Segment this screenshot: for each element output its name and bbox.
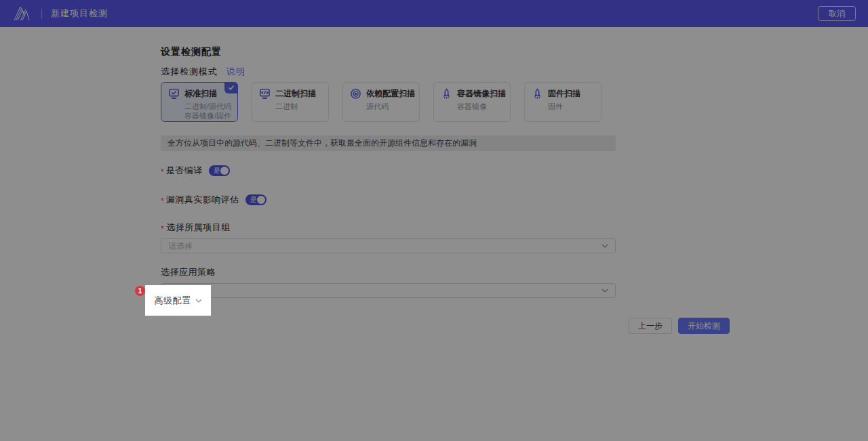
annotation-badge: 1 bbox=[135, 286, 145, 296]
dim-overlay bbox=[0, 0, 868, 441]
advanced-config-label: 高级配置 bbox=[155, 295, 191, 307]
new-project-detection-page: 新建项目检测 取消 设置检测配置 选择检测模式 说明 bbox=[0, 0, 868, 441]
chevron-down-icon bbox=[195, 299, 202, 303]
advanced-config-toggle[interactable]: 高级配置 bbox=[145, 285, 211, 316]
